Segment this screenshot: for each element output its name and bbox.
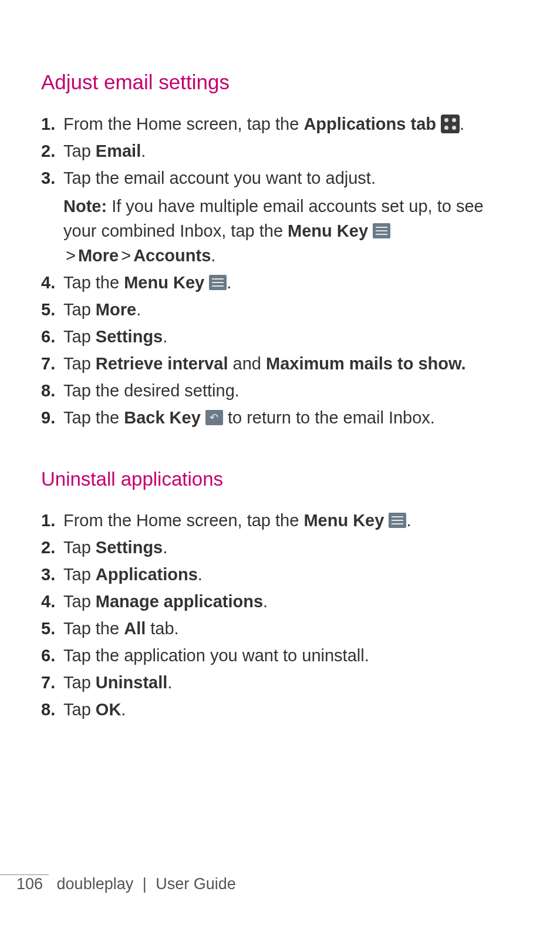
step-item: 5. Tap More. <box>41 297 519 322</box>
step-number: 5. <box>41 297 55 322</box>
step-text: Tap the desired setting. <box>63 381 239 400</box>
step-bold: Manage applications <box>96 592 263 611</box>
step-item: 3. Tap the email account you want to adj… <box>41 166 519 268</box>
step-item: 2. Tap Settings. <box>41 535 519 560</box>
step-text: to return to the email Inbox. <box>223 408 435 427</box>
step-number: 2. <box>41 139 55 163</box>
step-text: Tap the application you want to uninstal… <box>63 646 369 665</box>
step-text: . <box>227 273 231 292</box>
step-item: 2. Tap Email. <box>41 139 519 163</box>
step-text: . <box>167 673 172 692</box>
step-number: 4. <box>41 589 55 614</box>
step-bold: All <box>124 619 146 638</box>
note-block: Note: If you have multiple email account… <box>63 194 519 268</box>
step-text: Tap the <box>63 619 124 638</box>
step-number: 5. <box>41 616 55 641</box>
heading-uninstall-apps: Uninstall applications <box>41 468 519 490</box>
step-bold: Menu Key <box>124 273 209 292</box>
step-number: 4. <box>41 270 55 295</box>
step-number: 1. <box>41 112 55 136</box>
step-item: 6. Tap Settings. <box>41 324 519 349</box>
step-item: 8. Tap the desired setting. <box>41 378 519 403</box>
step-text: From the Home screen, tap the <box>63 511 303 530</box>
applications-tab-icon <box>441 115 460 133</box>
step-text: Tap <box>63 142 96 160</box>
step-number: 6. <box>41 324 55 349</box>
menu-key-icon <box>209 275 227 290</box>
step-text: tab. <box>146 619 178 638</box>
step-item: 8. Tap OK. <box>41 697 519 722</box>
step-text: . <box>163 327 167 346</box>
step-bold: Settings <box>96 538 163 557</box>
step-text: Tap the email account you want to adjust… <box>63 169 376 187</box>
step-item: 1. From the Home screen, tap the Applica… <box>41 112 519 136</box>
note-text: . <box>211 246 215 265</box>
note-bold: Accounts <box>133 246 211 265</box>
step-text: Tap <box>63 300 96 319</box>
step-item: 1. From the Home screen, tap the Menu Ke… <box>41 508 519 533</box>
note-text: If you have multiple email accounts set … <box>63 197 484 240</box>
step-item: 3. Tap Applications. <box>41 562 519 587</box>
menu-key-icon <box>389 513 406 528</box>
footer-title: User Guide <box>156 875 236 893</box>
step-number: 1. <box>41 508 55 533</box>
step-item: 9. Tap the Back Key ↶ to return to the e… <box>41 405 519 430</box>
step-number: 8. <box>41 378 55 403</box>
step-text: . <box>141 142 146 160</box>
step-bold: OK <box>96 700 122 719</box>
step-number: 3. <box>41 166 55 190</box>
step-text: Tap <box>63 700 96 719</box>
breadcrumb-sep: > <box>121 246 131 265</box>
step-text: . <box>136 300 141 319</box>
breadcrumb-sep: > <box>66 246 76 265</box>
step-number: 8. <box>41 697 55 722</box>
step-item: 6. Tap the application you want to unins… <box>41 643 519 668</box>
steps-list-2: 1. From the Home screen, tap the Menu Ke… <box>41 508 519 722</box>
step-number: 3. <box>41 562 55 587</box>
step-item: 4. Tap the Menu Key . <box>41 270 519 295</box>
footer-product: doubleplay <box>57 875 134 893</box>
step-text: . <box>460 115 464 133</box>
back-key-icon: ↶ <box>205 410 223 425</box>
step-text: Tap <box>63 673 96 692</box>
steps-list-1: 1. From the Home screen, tap the Applica… <box>41 112 519 430</box>
step-bold: Menu Key <box>303 511 389 530</box>
step-number: 9. <box>41 405 55 430</box>
step-bold: Applications tab <box>303 115 441 133</box>
footer-sep: | <box>143 875 147 893</box>
step-text: Tap <box>63 565 96 584</box>
step-text: . <box>163 538 167 557</box>
step-text: Tap <box>63 327 96 346</box>
step-item: 5. Tap the All tab. <box>41 616 519 641</box>
step-text: . <box>121 700 126 719</box>
step-bold: Applications <box>96 565 198 584</box>
page-number: 106 <box>0 874 49 893</box>
note-bold: More <box>78 246 119 265</box>
step-bold: Maximum mails to show. <box>266 354 466 373</box>
step-item: 7. Tap Uninstall. <box>41 670 519 695</box>
step-text: Tap the <box>63 273 124 292</box>
step-text: and <box>228 354 266 373</box>
step-text: Tap <box>63 354 96 373</box>
step-text: From the Home screen, tap the <box>63 115 303 133</box>
note-bold: Menu Key <box>288 221 373 240</box>
step-bold: Retrieve interval <box>96 354 228 373</box>
note-label: Note: <box>63 197 107 216</box>
step-bold: Back Key <box>124 408 205 427</box>
step-number: 6. <box>41 643 55 668</box>
page-footer: 106 doubleplay | User Guide <box>0 874 236 893</box>
step-text: . <box>406 511 411 530</box>
step-item: 7. Tap Retrieve interval and Maximum mai… <box>41 351 519 376</box>
step-text: Tap <box>63 538 96 557</box>
step-text: . <box>263 592 268 611</box>
step-bold: Settings <box>96 327 163 346</box>
menu-key-icon <box>373 223 390 238</box>
step-text: Tap the <box>63 408 124 427</box>
step-bold: More <box>96 300 136 319</box>
step-number: 2. <box>41 535 55 560</box>
step-text: . <box>198 565 203 584</box>
heading-adjust-email: Adjust email settings <box>41 70 519 94</box>
step-item: 4. Tap Manage applications. <box>41 589 519 614</box>
step-text: Tap <box>63 592 96 611</box>
step-bold: Uninstall <box>96 673 167 692</box>
